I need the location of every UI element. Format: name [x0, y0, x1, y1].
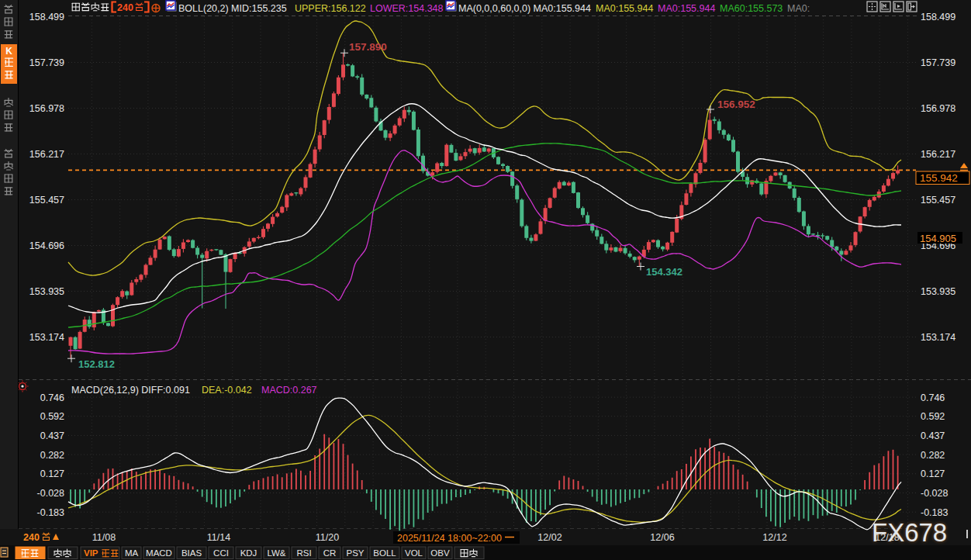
svg-text:-0.028: -0.028	[37, 488, 64, 499]
svg-text:157.890: 157.890	[349, 41, 387, 53]
svg-text:12/02: 12/02	[537, 532, 562, 543]
svg-text:VOL: VOL	[405, 548, 423, 558]
svg-text:156.978: 156.978	[29, 103, 64, 114]
svg-text:0.282: 0.282	[40, 450, 64, 461]
svg-text:LW&: LW&	[267, 548, 285, 558]
svg-text:0.127: 0.127	[921, 468, 945, 479]
svg-text:LOWER:154.348: LOWER:154.348	[370, 3, 444, 14]
svg-text:156.978: 156.978	[921, 103, 955, 114]
svg-text:K: K	[5, 46, 12, 57]
svg-text:12/12: 12/12	[762, 532, 786, 543]
svg-text:11/14: 11/14	[207, 532, 230, 543]
svg-text:0.437: 0.437	[921, 430, 945, 441]
svg-text:-0.183: -0.183	[37, 507, 64, 518]
svg-text:154.696: 154.696	[29, 240, 64, 251]
svg-text:MACD(26,12,9) DIFF:0.091: MACD(26,12,9) DIFF:0.091	[71, 385, 190, 396]
svg-text:0.127: 0.127	[40, 468, 64, 479]
svg-text:MA: MA	[125, 548, 139, 558]
svg-text:158.499: 158.499	[29, 12, 64, 22]
svg-text:152.812: 152.812	[78, 358, 115, 370]
svg-text:156.217: 156.217	[921, 149, 955, 160]
svg-text:154.342: 154.342	[646, 266, 682, 278]
svg-text:MA(0,0,0,60,0,0) MA0:155.944: MA(0,0,0,60,0,0) MA0:155.944	[458, 3, 591, 14]
svg-text:240: 240	[117, 2, 133, 13]
svg-text:156.952: 156.952	[717, 99, 755, 110]
svg-text:11/08: 11/08	[92, 532, 116, 543]
svg-text:BOLL: BOLL	[373, 548, 396, 558]
svg-text:153.935: 153.935	[921, 286, 955, 297]
svg-text:155.457: 155.457	[921, 195, 955, 206]
svg-text:DEA:-0.042: DEA:-0.042	[202, 385, 252, 396]
svg-text:12/06: 12/06	[650, 532, 674, 543]
svg-text:157.739: 157.739	[29, 57, 64, 68]
svg-text:OBV: OBV	[430, 548, 450, 558]
svg-text:11/20: 11/20	[316, 532, 339, 543]
svg-text:FX678: FX678	[872, 518, 947, 547]
svg-text:156.217: 156.217	[29, 149, 64, 160]
svg-text:BOLL(20,2) MID:155.235: BOLL(20,2) MID:155.235	[178, 3, 287, 14]
svg-text:CCI: CCI	[213, 548, 229, 558]
svg-text:RSI: RSI	[296, 548, 311, 558]
svg-text:153.174: 153.174	[29, 332, 64, 343]
svg-text:BIAS: BIAS	[181, 548, 202, 558]
svg-text:157.739: 157.739	[921, 57, 955, 68]
svg-text:153.174: 153.174	[921, 332, 955, 343]
svg-text:2025/11/24 18:00~22:00: 2025/11/24 18:00~22:00	[397, 533, 502, 544]
svg-text:-0.183: -0.183	[921, 507, 948, 518]
svg-text:MA0:155.944: MA0:155.944	[596, 3, 653, 14]
svg-text:158.499: 158.499	[921, 12, 955, 22]
svg-text:MA0:155.944: MA0:155.944	[658, 3, 715, 14]
svg-text:VIP: VIP	[84, 548, 98, 558]
svg-text:0.746: 0.746	[40, 392, 64, 403]
svg-text:MACD: MACD	[146, 548, 172, 558]
svg-text:KDJ: KDJ	[240, 548, 257, 558]
svg-text:154.905: 154.905	[920, 233, 956, 244]
svg-text:-0.028: -0.028	[921, 488, 948, 499]
svg-text:0.746: 0.746	[921, 392, 945, 403]
svg-text:153.935: 153.935	[29, 286, 64, 297]
svg-text:MA0:: MA0:	[787, 3, 810, 14]
svg-text:MA60:155.573: MA60:155.573	[720, 3, 783, 14]
svg-text:0.437: 0.437	[40, 430, 64, 441]
svg-text:155.457: 155.457	[29, 195, 64, 206]
svg-text:240: 240	[23, 532, 40, 543]
svg-text:0.592: 0.592	[921, 411, 945, 422]
svg-text:UPPER:156.122: UPPER:156.122	[295, 3, 366, 14]
svg-text:0.592: 0.592	[40, 411, 64, 422]
svg-text:PSY: PSY	[346, 548, 364, 558]
svg-text:CR: CR	[323, 548, 337, 558]
svg-text:0.282: 0.282	[921, 450, 945, 461]
svg-text:155.942: 155.942	[920, 172, 958, 184]
svg-text:MACD:0.267: MACD:0.267	[261, 385, 317, 396]
